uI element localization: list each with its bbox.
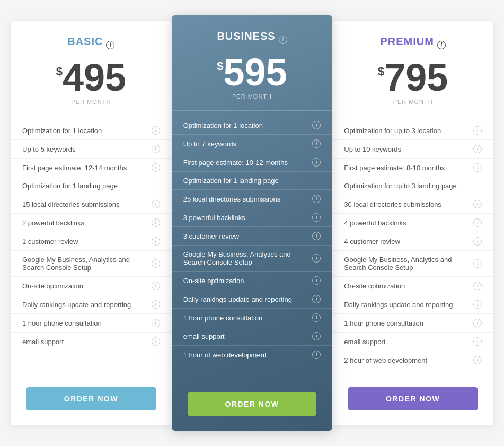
feature-info-icon[interactable]: i <box>152 337 160 346</box>
feature-info-icon[interactable]: i <box>473 300 482 309</box>
feature-text: First page estimate: 12-14 months <box>22 164 151 172</box>
order-now-button-premium[interactable]: ORDER NOW <box>348 387 478 410</box>
plan-name-business: BUSINESS <box>217 30 275 42</box>
feature-text: Optimization for up to 3 landing page <box>344 182 482 190</box>
feature-text: Up to 5 keywords <box>22 145 151 153</box>
feature-item: 2 hour of web developmenti <box>332 351 493 369</box>
feature-info-wrap: i <box>311 139 321 148</box>
feature-item: Daily rankings update and reportingi <box>172 290 333 309</box>
feature-info-icon[interactable]: i <box>473 218 482 227</box>
feature-item: Up to 5 keywordsi <box>11 140 172 159</box>
feature-info-icon[interactable]: i <box>473 145 482 153</box>
feature-item: Optimization for up to 3 landing page <box>332 177 493 195</box>
plan-name-info-icon-business[interactable]: i <box>279 36 287 44</box>
plan-card-business: BUSINESSi$595PER MONTHOptimization for 1… <box>172 15 333 431</box>
feature-info-icon[interactable]: i <box>473 337 482 346</box>
feature-info-icon[interactable]: i <box>152 218 160 227</box>
feature-item: 4 powerful backlinksi <box>332 214 493 232</box>
feature-info-wrap: i <box>472 126 482 135</box>
feature-text: Optimization for 1 location <box>183 121 312 129</box>
feature-item: 3 customer reviewi <box>172 227 333 246</box>
feature-info-icon[interactable]: i <box>312 276 321 285</box>
feature-info-wrap: i <box>151 237 160 246</box>
feature-info-icon[interactable]: i <box>312 213 321 222</box>
feature-info-wrap: i <box>311 232 321 240</box>
feature-item: 1 hour of web developmenti <box>172 346 333 364</box>
feature-text: 30 local directories submissions <box>344 200 472 208</box>
feature-text: Daily rankings update and reporting <box>344 301 472 309</box>
feature-info-icon[interactable]: i <box>312 232 321 240</box>
feature-info-icon[interactable]: i <box>312 295 321 303</box>
feature-info-wrap: i <box>311 158 321 167</box>
feature-text: 4 customer review <box>344 238 472 246</box>
feature-text: On-site optimization <box>344 282 472 290</box>
feature-item: Daily rankings update and reportingi <box>11 295 172 314</box>
plan-currency-business: $ <box>217 59 223 73</box>
feature-info-wrap: i <box>472 337 482 346</box>
feature-text: 2 powerful backlinks <box>22 219 151 227</box>
feature-text: Daily rankings update and reporting <box>183 295 312 303</box>
feature-info-icon[interactable]: i <box>312 254 321 263</box>
feature-info-icon[interactable]: i <box>312 158 321 167</box>
order-now-button-business[interactable]: ORDER NOW <box>188 392 317 416</box>
feature-info-icon[interactable]: i <box>312 139 321 148</box>
feature-info-icon[interactable]: i <box>312 351 321 359</box>
feature-info-icon[interactable]: i <box>152 200 160 208</box>
feature-text: 3 customer review <box>183 232 312 240</box>
feature-item: Optimization for 1 locationi <box>11 121 172 140</box>
feature-info-icon[interactable]: i <box>152 163 160 172</box>
feature-info-icon[interactable]: i <box>473 163 482 172</box>
feature-text: Optimization for 1 location <box>22 127 151 135</box>
pricing-container: BASICi$495PER MONTHOptimization for 1 lo… <box>11 21 493 425</box>
feature-text: email support <box>183 333 312 340</box>
feature-item: Optimization for up to 3 locationi <box>332 121 493 140</box>
feature-info-wrap: i <box>472 356 482 364</box>
feature-info-icon[interactable]: i <box>152 259 160 268</box>
plan-name-info-icon-premium[interactable]: i <box>437 41 446 49</box>
feature-info-icon[interactable]: i <box>152 145 160 153</box>
feature-info-icon[interactable]: i <box>312 195 321 203</box>
plan-footer-premium: ORDER NOW <box>332 374 493 425</box>
feature-text: Up to 10 keywords <box>344 145 472 153</box>
feature-info-wrap: i <box>151 200 160 208</box>
feature-info-icon[interactable]: i <box>473 200 482 208</box>
feature-info-icon[interactable]: i <box>312 121 321 129</box>
feature-info-icon[interactable]: i <box>473 237 482 246</box>
feature-text: 1 customer review <box>22 238 151 246</box>
feature-info-icon[interactable]: i <box>152 300 160 309</box>
feature-item: email supporti <box>11 333 172 351</box>
feature-info-icon[interactable]: i <box>312 313 321 322</box>
feature-text: email support <box>22 338 151 346</box>
plan-header-basic: BASICi$495PER MONTH <box>11 21 172 116</box>
feature-info-icon[interactable]: i <box>152 126 160 135</box>
feature-text: 15 local directories submissions <box>22 200 151 208</box>
feature-item: Up to 10 keywordsi <box>332 140 493 159</box>
feature-text: First page estimate: 10-12 months <box>183 159 312 167</box>
plan-price-basic: 495 <box>63 58 126 97</box>
feature-text: On-site optimization <box>22 282 151 290</box>
feature-item: 25 local directories submissionsi <box>172 190 333 208</box>
feature-text: 1 hour of web development <box>183 351 312 359</box>
feature-info-icon[interactable]: i <box>473 126 482 135</box>
plan-name-info-icon-basic[interactable]: i <box>106 41 114 49</box>
feature-text: Google My Business, Analytics and Search… <box>344 256 472 272</box>
order-now-button-basic[interactable]: ORDER NOW <box>26 387 156 410</box>
feature-info-wrap: i <box>472 145 482 153</box>
feature-info-icon[interactable]: i <box>152 237 160 246</box>
feature-item: Optimization for 1 locationi <box>172 116 333 135</box>
feature-text: 3 powerful backlinks <box>183 214 312 222</box>
feature-text: Up to 7 keywords <box>183 140 312 148</box>
feature-text: First page estimate: 8-10 months <box>344 164 472 172</box>
feature-info-icon[interactable]: i <box>152 319 160 327</box>
feature-text: On-site optimization <box>183 277 312 285</box>
plan-header-premium: PREMIUMi$795PER MONTH <box>332 21 493 116</box>
feature-info-icon[interactable]: i <box>473 282 482 290</box>
feature-item: On-site optimizationi <box>172 272 333 290</box>
feature-info-icon[interactable]: i <box>473 356 482 364</box>
feature-info-wrap: i <box>311 313 321 322</box>
plan-per-month-business: PER MONTH <box>182 93 322 100</box>
feature-info-icon[interactable]: i <box>473 319 482 327</box>
feature-info-icon[interactable]: i <box>312 332 321 340</box>
feature-info-icon[interactable]: i <box>152 282 160 290</box>
feature-info-icon[interactable]: i <box>473 259 482 268</box>
